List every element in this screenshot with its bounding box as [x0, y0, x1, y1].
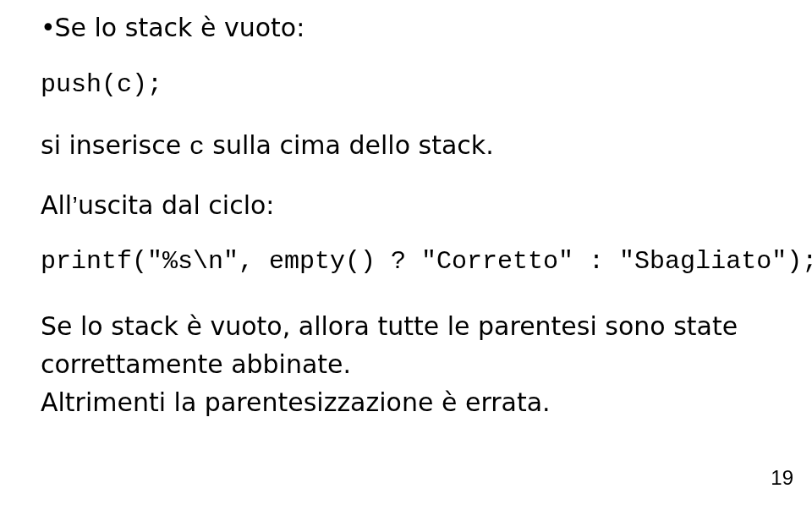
bullet-dot: •	[41, 12, 55, 44]
body-uscita-post: uscita dal ciclo:	[78, 190, 275, 220]
body-inserisce-post: sulla cima dello stack.	[205, 130, 494, 160]
body-inserisce: si inserisce c sulla cima dello stack.	[41, 129, 771, 164]
body-inserisce-code: c	[189, 133, 205, 162]
apostrophe: ’	[72, 191, 78, 219]
body-inserisce-pre: si inserisce	[41, 130, 189, 160]
page-number: 19	[771, 466, 793, 490]
body-paragraph-2: Se lo stack è vuoto, allora tutte le par…	[41, 307, 771, 421]
bullet-text: Se lo stack è vuoto:	[55, 13, 305, 42]
body-uscita-pre: All	[41, 190, 72, 220]
code-printf: printf("%s\n", empty() ? "Corretto" : "S…	[41, 246, 771, 278]
bullet-item: •Se lo stack è vuoto:	[41, 12, 771, 44]
page: •Se lo stack è vuoto: push(c); si inseri…	[0, 0, 812, 505]
code-push: push(c);	[41, 69, 771, 102]
body-uscita: All’uscita dal ciclo:	[41, 189, 771, 222]
